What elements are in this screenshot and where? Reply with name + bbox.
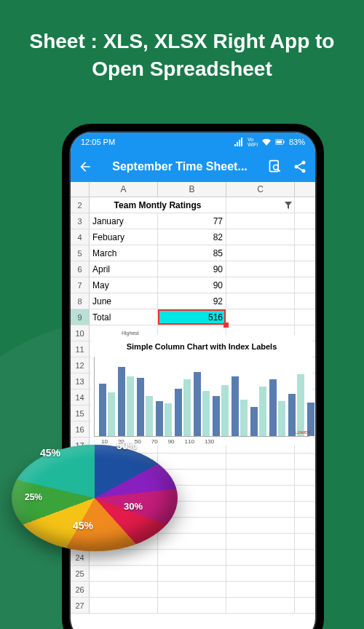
row-number[interactable]: 3 bbox=[71, 213, 90, 229]
row-number[interactable]: 10 bbox=[71, 325, 90, 341]
cell[interactable] bbox=[226, 566, 295, 581]
row-number[interactable]: 5 bbox=[71, 245, 90, 261]
signal-icon bbox=[234, 138, 244, 146]
cell[interactable] bbox=[90, 566, 158, 581]
row-number[interactable]: 27 bbox=[71, 598, 90, 613]
cell[interactable] bbox=[226, 502, 295, 517]
cell[interactable] bbox=[158, 550, 226, 565]
cell[interactable]: 85 bbox=[158, 245, 226, 261]
col-header-c[interactable]: C bbox=[226, 182, 295, 197]
row-number[interactable]: 13 bbox=[71, 373, 90, 389]
battery-pct: 83% bbox=[289, 138, 305, 146]
row-number[interactable]: 24 bbox=[71, 550, 90, 565]
cell[interactable] bbox=[226, 277, 295, 293]
bar-chart-area bbox=[94, 357, 309, 437]
chart-annotation-highest: Highest bbox=[122, 331, 139, 336]
app-bar: September Time Sheet... bbox=[71, 151, 315, 182]
cell[interactable] bbox=[158, 566, 226, 581]
cell[interactable]: May bbox=[90, 277, 158, 293]
cell[interactable]: April bbox=[90, 261, 158, 277]
row-number[interactable]: 12 bbox=[71, 357, 90, 373]
cell[interactable] bbox=[226, 582, 295, 597]
back-button[interactable] bbox=[78, 159, 92, 174]
cell[interactable] bbox=[226, 486, 295, 501]
cell[interactable]: 77 bbox=[158, 213, 226, 229]
cell[interactable]: March bbox=[90, 245, 158, 261]
row-number[interactable]: 4 bbox=[71, 229, 90, 245]
row-number[interactable]: 8 bbox=[71, 293, 90, 309]
cell[interactable] bbox=[158, 598, 226, 613]
search-in-doc-button[interactable] bbox=[267, 159, 283, 174]
row-number[interactable]: 9 bbox=[71, 309, 90, 325]
table-row[interactable]: 2 Team Montly Ratings bbox=[71, 197, 315, 213]
cell[interactable]: 82 bbox=[158, 229, 226, 245]
cell[interactable] bbox=[226, 309, 295, 325]
table-row[interactable]: 8 June 92 bbox=[71, 293, 315, 309]
cell[interactable] bbox=[90, 550, 158, 565]
selected-cell[interactable]: 516 bbox=[158, 309, 226, 325]
cell[interactable] bbox=[90, 598, 158, 613]
filter-icon[interactable] bbox=[285, 202, 292, 209]
cell[interactable] bbox=[158, 582, 226, 597]
cell[interactable] bbox=[226, 518, 295, 533]
cell[interactable]: Total bbox=[90, 309, 158, 325]
cell[interactable] bbox=[226, 454, 295, 469]
cell[interactable]: 90 bbox=[158, 261, 226, 277]
table-header-cell[interactable]: Team Montly Ratings bbox=[90, 197, 226, 213]
cell[interactable] bbox=[90, 582, 158, 597]
table-row[interactable]: 24 bbox=[71, 550, 315, 566]
cell[interactable] bbox=[226, 229, 295, 245]
cell[interactable] bbox=[226, 261, 295, 277]
chart-annotation-lowest: Lowest bbox=[295, 430, 311, 435]
table-row[interactable]: 26 bbox=[71, 582, 315, 598]
col-header-a[interactable]: A bbox=[90, 182, 158, 197]
share-button[interactable] bbox=[292, 159, 308, 174]
cell[interactable]: January bbox=[90, 213, 158, 229]
phone-screen: 12:05 PM VoWiFi 83% September Time Sheet… bbox=[71, 132, 315, 629]
table-row[interactable]: 25 bbox=[71, 566, 315, 582]
table-row[interactable]: 3 January 77 bbox=[71, 213, 315, 229]
svg-rect-1 bbox=[276, 141, 282, 143]
status-icons: VoWiFi 83% bbox=[234, 137, 305, 147]
cell[interactable] bbox=[226, 470, 295, 485]
battery-icon bbox=[275, 138, 285, 146]
document-title: September Time Sheet... bbox=[101, 160, 258, 173]
row-number[interactable]: 15 bbox=[71, 406, 90, 421]
cell[interactable] bbox=[226, 293, 295, 309]
pie-label: 45% bbox=[73, 520, 93, 531]
volte-icon: VoWiFi bbox=[248, 137, 258, 147]
phone-frame: 12:05 PM VoWiFi 83% September Time Sheet… bbox=[62, 124, 324, 629]
row-number[interactable]: 2 bbox=[71, 197, 90, 213]
cell[interactable] bbox=[226, 213, 295, 229]
row-number[interactable]: 16 bbox=[71, 422, 90, 437]
wifi-icon bbox=[261, 138, 272, 146]
table-row[interactable]: 4 Febuary 82 bbox=[71, 229, 315, 245]
row-number[interactable]: 7 bbox=[71, 277, 90, 293]
col-header-b[interactable]: B bbox=[158, 182, 226, 197]
table-row[interactable]: 27 bbox=[71, 598, 315, 614]
row-number[interactable]: 14 bbox=[71, 389, 90, 405]
table-row-total[interactable]: 9 Total 516 bbox=[71, 309, 315, 325]
cell[interactable]: Febuary bbox=[90, 229, 158, 245]
column-headers[interactable]: A B C bbox=[71, 182, 315, 197]
table-row[interactable]: 5 March 85 bbox=[71, 245, 315, 261]
chart-title: Simple Column Chart with Index Labels bbox=[94, 342, 309, 351]
status-time: 12:05 PM bbox=[81, 138, 115, 146]
cell[interactable]: 92 bbox=[158, 293, 226, 309]
row-number[interactable]: 25 bbox=[71, 566, 90, 581]
cell[interactable] bbox=[226, 245, 295, 261]
row-number[interactable]: 11 bbox=[71, 341, 90, 357]
status-bar: 12:05 PM VoWiFi 83% bbox=[71, 132, 315, 151]
page-headline: Sheet : XLS, XLSX Right App to Open Spre… bbox=[0, 0, 364, 96]
pie-label: 45% bbox=[40, 447, 60, 459]
table-row[interactable]: 7 May 90 bbox=[71, 277, 315, 293]
table-row[interactable]: 6 April 90 bbox=[71, 261, 315, 277]
cell[interactable]: 90 bbox=[158, 277, 226, 293]
pie-label: 30% bbox=[124, 501, 143, 512]
row-number[interactable]: 26 bbox=[71, 582, 90, 597]
cell[interactable] bbox=[226, 550, 295, 565]
row-number[interactable]: 6 bbox=[71, 261, 90, 277]
cell[interactable] bbox=[226, 598, 295, 613]
cell[interactable] bbox=[226, 534, 295, 549]
cell[interactable]: June bbox=[90, 293, 158, 309]
